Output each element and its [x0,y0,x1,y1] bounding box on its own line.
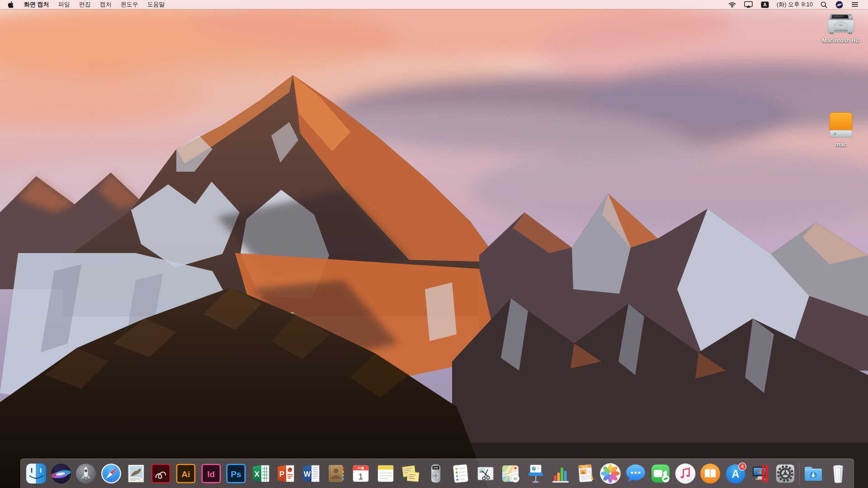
svg-text:Ai: Ai [182,469,190,479]
menu-file[interactable]: 파일 [54,0,75,9]
launchpad-rocket-icon [75,462,97,485]
desktop-icon-label: mac [835,141,846,148]
svg-text:Ps: Ps [231,469,241,479]
siri-icon [835,1,843,9]
dock-facetime[interactable] [649,462,672,485]
dock-photoshop[interactable]: Ps [225,462,247,485]
dock-pages[interactable]: PAGES [574,462,597,485]
adobe-acrobat-icon [150,462,172,485]
menu-window[interactable]: 윈도우 [116,0,143,9]
dock-powerpoint[interactable]: P [274,462,297,485]
internal-hard-drive-icon [825,14,857,36]
badge-count: 4 [741,464,744,469]
powerpoint-icon: P [274,462,297,485]
dock-reminders[interactable] [449,462,472,485]
wifi-menu[interactable] [724,0,740,9]
siri-icon [50,462,72,485]
messages-bubble-icon [624,462,647,485]
dock-itunes[interactable] [674,462,697,485]
notification-center-menu[interactable] [847,0,863,9]
dock-maps[interactable]: 3D [499,462,522,485]
photos-flower-icon [599,462,622,485]
dock-parallels[interactable] [749,462,772,485]
dock-stickies[interactable] [400,462,422,485]
apple-menu[interactable] [0,0,19,9]
svg-text:P: P [279,470,284,479]
dock-excel[interactable]: X [250,462,272,485]
dock-mail[interactable] [125,462,147,485]
input-source-icon: A [761,1,769,8]
airplay-menu[interactable] [740,0,757,9]
dock-indesign[interactable]: Id [200,462,222,485]
desktop-icon-macintosh-hd[interactable]: Macintosh HD [815,14,867,44]
menu-bar: 화면 캡처 파일 편집 캡처 윈도우 도움말 A (화) 오후 9:10 [0,0,868,9]
dock-acrobat[interactable] [150,462,172,485]
dock-contacts[interactable] [325,462,347,485]
stickies-icon [400,462,422,485]
airplay-display-icon [744,1,753,8]
desktop-wallpaper [0,0,868,488]
input-source-menu[interactable]: A [757,0,773,9]
menu-bar-left: 화면 캡처 파일 편집 캡처 윈도우 도움말 [0,0,170,9]
contacts-book-icon [325,462,347,485]
dock-downloads[interactable] [802,462,825,485]
facetime-icon [649,462,672,485]
numbers-chart-icon [549,462,572,485]
dvd-player-remote-icon: DVD [425,462,447,485]
dock-numbers[interactable] [549,462,572,485]
dock: Ai Id Ps X P W 11월1 DVD 3D [20,459,854,488]
svg-text:DVD: DVD [434,467,439,469]
dock-word[interactable]: W [300,462,322,485]
dock-system-preferences[interactable] [774,462,797,485]
dock-launchpad[interactable] [75,462,97,485]
dock-app-store[interactable]: A4 [724,462,747,485]
excel-icon: X [250,462,272,485]
adobe-illustrator-icon: Ai [175,462,197,485]
calendar-icon: 11월1 [349,462,372,485]
dock-trash[interactable] [827,462,849,485]
pages-icon: PAGES [574,462,597,485]
menu-help[interactable]: 도움말 [143,0,170,9]
external-drive-icon [828,112,854,140]
dock-safari[interactable] [100,462,123,485]
adobe-photoshop-icon: Ps [225,462,247,485]
dock-keynote[interactable] [524,462,547,485]
dock-siri[interactable] [50,462,72,485]
desktop-icon-mac[interactable]: mac [815,112,867,148]
dock-separator [799,463,799,485]
dock-messages[interactable] [624,462,647,485]
siri-menu[interactable] [831,0,847,9]
svg-text:11월: 11월 [358,466,364,470]
dock-illustrator[interactable]: Ai [175,462,197,485]
svg-text:Id: Id [207,469,215,479]
svg-text:3D: 3D [514,477,518,480]
svg-text:W: W [304,470,311,478]
dock-grab-screen-capture[interactable] [474,462,497,485]
dock-notes[interactable] [374,462,397,485]
ibooks-icon [699,462,722,485]
menu-edit[interactable]: 편집 [75,0,95,9]
screen-capture-scissors-icon [474,462,497,485]
downloads-folder-icon [802,462,825,485]
svg-text:PAGES: PAGES [582,465,589,468]
svg-text:A: A [731,468,739,480]
dock-finder[interactable] [25,462,47,485]
menu-bar-status: A (화) 오후 9:10 [724,0,868,9]
menu-capture[interactable]: 캡처 [95,0,116,9]
dock-photos[interactable] [599,462,622,485]
dock-calendar[interactable]: 11월1 [349,462,372,485]
app-menu-title[interactable]: 화면 캡처 [19,0,54,9]
system-preferences-gear-icon [774,462,797,485]
svg-text:X: X [255,470,260,479]
spotlight-menu[interactable] [816,0,831,9]
svg-text:A: A [763,2,767,7]
reminders-icon [449,462,472,485]
menu-bar-clock[interactable]: (화) 오후 9:10 [773,0,816,9]
adobe-indesign-icon: Id [200,462,222,485]
wifi-icon [728,2,736,8]
parallels-desktop-icon [749,462,772,485]
mail-stamp-icon [125,462,147,485]
dock-ibooks[interactable] [699,462,722,485]
maps-icon: 3D [499,462,522,485]
dock-dvd-player[interactable]: DVD [425,462,447,485]
